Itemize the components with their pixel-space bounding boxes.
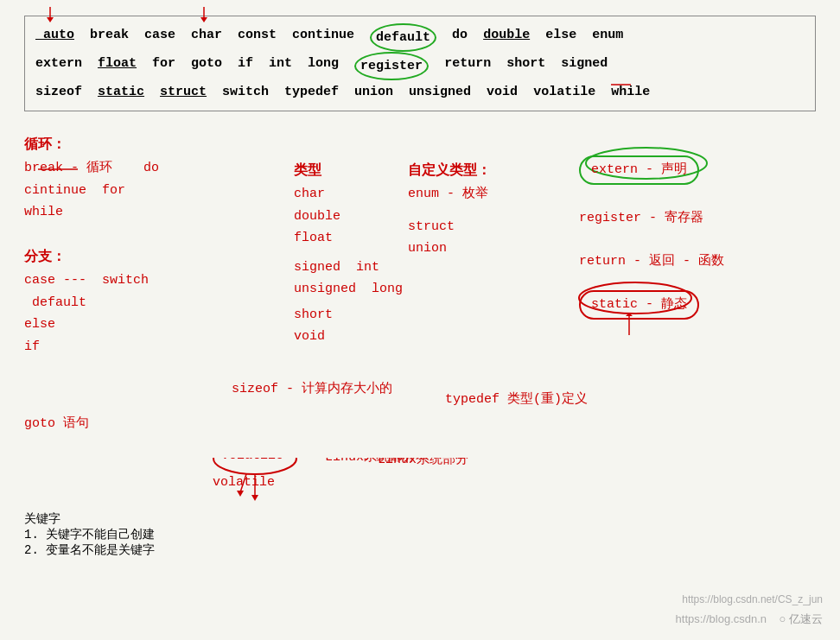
type-void: void	[294, 326, 403, 348]
kw-int: int	[269, 52, 292, 80]
keyword-row-2: extern float for goto if int long regist…	[35, 52, 805, 80]
kw-default: default	[370, 23, 436, 52]
loops-item-1: break - 循环 do	[24, 157, 159, 180]
kw-for: for	[152, 52, 175, 80]
type-short: short	[294, 304, 403, 326]
kw-return: return	[444, 52, 491, 80]
extern-section: extern - 声明	[579, 155, 699, 185]
kw-const: const	[238, 23, 277, 52]
types-section: 类型 char double float signed int unsigned…	[294, 160, 403, 348]
type-float: float	[294, 227, 403, 250]
kw-case: case	[144, 23, 175, 52]
kw-struct: struct	[160, 80, 207, 104]
kw-register: register	[354, 52, 429, 80]
static-section: static - 静态	[579, 290, 699, 320]
kw-else: else	[545, 23, 576, 52]
bottom-notes: 关键字 1. 关键字不能自己创建 2. 变量名不能是关键字	[24, 511, 155, 558]
kw-typedef: typedef	[284, 80, 339, 104]
goto-section: goto 语句	[24, 413, 89, 435]
kw-while: while	[611, 80, 650, 104]
kw-break: break	[90, 23, 129, 52]
kw-extern: extern	[35, 52, 82, 80]
kw-union: union	[354, 80, 393, 104]
loops-title: 循环：	[24, 134, 159, 157]
typedef-section: typedef 类型(重)定义	[445, 389, 588, 411]
custom-types-section: 自定义类型： enum - 枚举 struct union	[408, 160, 491, 260]
loops-item-2: cintinue for	[24, 180, 159, 202]
kw-unsigned: unsigned	[409, 80, 471, 104]
kw-do: do	[452, 23, 468, 52]
kw-signed: signed	[561, 52, 608, 80]
type-unsigned-long: unsigned long	[294, 278, 403, 301]
custom-types-title: 自定义类型：	[408, 160, 491, 183]
kw-double: double	[483, 23, 530, 52]
watermark1: https://blog.csdn.net/CS_z_jun	[682, 593, 823, 605]
custom-type-union: union	[408, 238, 491, 260]
cover-duplicate	[213, 440, 472, 458]
notes-rule-2: 2. 变量名不能是关键字	[24, 542, 155, 558]
custom-type-enum: enum - 枚举	[408, 183, 491, 206]
branches-title: 分支：	[24, 246, 149, 269]
kw-auto: _auto	[35, 23, 74, 52]
brand-logo: ○ 亿速云	[780, 612, 823, 625]
type-char: char	[294, 183, 403, 206]
kw-enum: enum	[592, 23, 623, 52]
kw-volatile: volatile	[533, 80, 595, 104]
branches-section: 分支： case --- switch default else if	[24, 246, 149, 358]
kw-sizeof: sizeof	[35, 80, 82, 104]
keyword-row-1: _auto break case char const continue def…	[35, 23, 805, 52]
kw-switch: switch	[222, 80, 269, 104]
loops-item-3: while	[24, 201, 159, 224]
branches-item-4: if	[24, 336, 149, 358]
kw-long: long	[308, 52, 339, 80]
register-text: register - 寄存器	[579, 211, 703, 225]
keyword-box: _auto break case char const continue def…	[24, 16, 816, 111]
kw-if: if	[238, 52, 253, 80]
static-circled: static - 静态	[579, 290, 699, 320]
type-signed-int: signed int	[294, 257, 403, 279]
extern-circled: extern - 声明	[579, 155, 699, 185]
type-double: double	[294, 206, 403, 228]
watermark2-url: https://blog.csdn.n	[676, 612, 767, 625]
sizeof-text: sizeof - 计算内存大小的	[232, 382, 392, 396]
kw-void: void	[487, 80, 518, 104]
sizeof-section: sizeof - 计算内存大小的	[232, 378, 392, 401]
loops-section: 循环： break - 循环 do cintinue for while	[24, 134, 159, 224]
types-title: 类型	[294, 160, 403, 183]
branches-item-2: default	[24, 292, 149, 314]
kw-static: static	[98, 80, 144, 104]
notes-title: 关键字	[24, 511, 155, 527]
notes-rule-1: 1. 关键字不能自己创建	[24, 527, 155, 542]
return-text: return - 返回 - 函数	[579, 254, 724, 269]
keyword-row-3: sizeof static struct switch typedef unio…	[35, 80, 805, 104]
kw-float: float	[98, 52, 137, 80]
return-section: return - 返回 - 函数	[579, 250, 724, 273]
kw-char: char	[191, 23, 222, 52]
typedef-text: typedef 类型(重)定义	[445, 392, 588, 407]
kw-continue: continue	[292, 23, 354, 52]
watermark2: https://blog.csdn.n ○ 亿速云	[676, 611, 823, 627]
goto-text: goto 语句	[24, 416, 89, 431]
register-section: register - 寄存器	[579, 207, 703, 230]
kw-goto: goto	[191, 52, 222, 80]
kw-short: short	[506, 52, 545, 80]
branches-item-3: else	[24, 314, 149, 336]
branches-item-1: case --- switch	[24, 269, 149, 292]
custom-type-struct: struct	[408, 216, 491, 238]
